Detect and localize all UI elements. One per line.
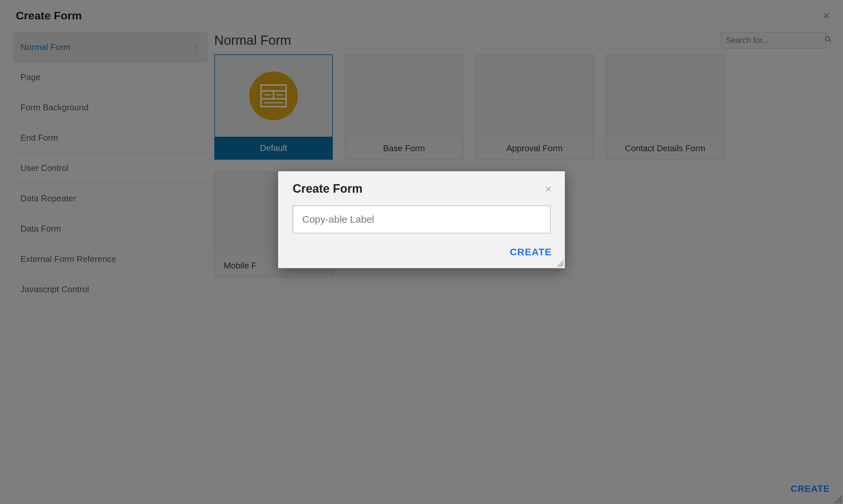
- modal-footer: CREATE: [278, 243, 565, 267]
- modal-title: Create Form: [293, 182, 363, 196]
- resize-grip-icon[interactable]: [555, 258, 564, 267]
- form-name-input[interactable]: [293, 205, 550, 233]
- modal-overlay: Create Form × CREATE: [0, 0, 843, 504]
- modal-body: [278, 202, 565, 243]
- create-form-page: Create Form × Normal Form › Page Form Ba…: [0, 0, 843, 504]
- close-icon[interactable]: ×: [545, 183, 552, 194]
- modal-header: Create Form ×: [278, 171, 565, 202]
- create-form-modal: Create Form × CREATE: [278, 171, 565, 268]
- modal-create-button[interactable]: CREATE: [510, 247, 552, 257]
